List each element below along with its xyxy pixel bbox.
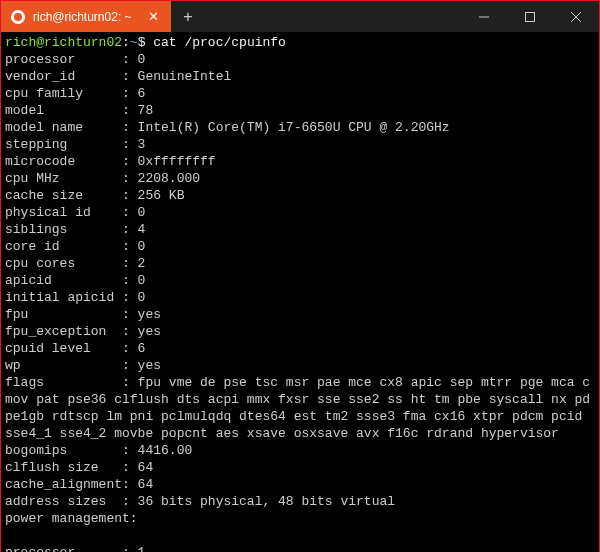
cpuinfo-line: model : 78 <box>5 102 595 119</box>
cpuinfo-line: power management: <box>5 510 595 527</box>
prompt-line: rich@richturn02:~$ cat /proc/cpuinfo <box>5 34 595 51</box>
prompt-sigil: $ <box>138 35 154 50</box>
maximize-button[interactable] <box>507 1 553 32</box>
minimize-icon <box>479 12 489 22</box>
cpuinfo-line: vendor_id : GenuineIntel <box>5 68 595 85</box>
cpuinfo-line: fpu : yes <box>5 306 595 323</box>
cpuinfo-line: model name : Intel(R) Core(TM) i7-6650U … <box>5 119 595 136</box>
cpuinfo-line: apicid : 0 <box>5 272 595 289</box>
cpuinfo-line: stepping : 3 <box>5 136 595 153</box>
cpuinfo-line: cpu MHz : 2208.000 <box>5 170 595 187</box>
cpuinfo-line: fpu_exception : yes <box>5 323 595 340</box>
cpuinfo-line: siblings : 4 <box>5 221 595 238</box>
cpuinfo-line: cache size : 256 KB <box>5 187 595 204</box>
maximize-icon <box>525 12 535 22</box>
prompt-path: ~ <box>130 35 138 50</box>
tab-content: rich@richturn02: ~ <box>11 10 132 24</box>
cpuinfo-line: physical id : 0 <box>5 204 595 221</box>
cpuinfo-line: core id : 0 <box>5 238 595 255</box>
cpuinfo-line: cpu family : 6 <box>5 85 595 102</box>
cpuinfo-line: bogomips : 4416.00 <box>5 442 595 459</box>
blank-line <box>5 527 595 544</box>
minimize-button[interactable] <box>461 1 507 32</box>
cpuinfo-line: address sizes : 36 bits physical, 48 bit… <box>5 493 595 510</box>
ubuntu-icon <box>11 10 25 24</box>
titlebar: rich@richturn02: ~ ✕ + <box>1 1 599 32</box>
cpuinfo-line: clflush size : 64 <box>5 459 595 476</box>
tab-close-icon[interactable]: ✕ <box>144 8 163 25</box>
prompt-command: cat /proc/cpuinfo <box>153 35 286 50</box>
tab-title: rich@richturn02: ~ <box>33 10 132 24</box>
titlebar-drag-area[interactable] <box>205 1 461 32</box>
prompt-userhost: rich@richturn02 <box>5 35 122 50</box>
cpuinfo-line: initial apicid : 0 <box>5 289 595 306</box>
close-button[interactable] <box>553 1 599 32</box>
prompt-sep: : <box>122 35 130 50</box>
cpuinfo-line: processor : 0 <box>5 51 595 68</box>
cpuinfo-line: wp : yes <box>5 357 595 374</box>
cpuinfo-line: microcode : 0xffffffff <box>5 153 595 170</box>
tab-active[interactable]: rich@richturn02: ~ ✕ <box>1 1 171 32</box>
cpuinfo-line: processor : 1 <box>5 544 595 552</box>
app-window: rich@richturn02: ~ ✕ + rich@richturn02:~… <box>1 1 599 552</box>
terminal-output[interactable]: rich@richturn02:~$ cat /proc/cpuinfoproc… <box>1 32 599 552</box>
cpuinfo-line: flags : fpu vme de pse tsc msr pae mce c… <box>5 374 595 442</box>
cpuinfo-line: cpu cores : 2 <box>5 255 595 272</box>
cpuinfo-line: cpuid level : 6 <box>5 340 595 357</box>
new-tab-button[interactable]: + <box>171 1 205 32</box>
svg-rect-1 <box>526 12 535 21</box>
close-icon <box>571 12 581 22</box>
cpuinfo-line: cache_alignment: 64 <box>5 476 595 493</box>
